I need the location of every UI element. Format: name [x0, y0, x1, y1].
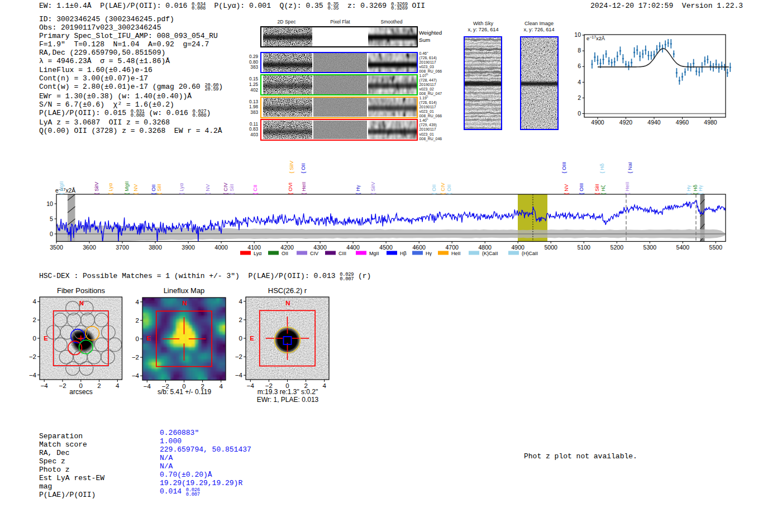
svg-text:3900: 3900: [182, 244, 195, 251]
svg-text:{ SiIV: { SiIV: [94, 181, 99, 195]
svg-text:4940: 4940: [647, 119, 661, 126]
svg-text:4000: 4000: [214, 244, 228, 251]
svg-text:{ NV: { NV: [564, 184, 569, 194]
svg-text:N: N: [182, 300, 187, 306]
svg-text:4: 4: [33, 298, 37, 305]
svg-text:5500: 5500: [709, 244, 723, 251]
svg-text:{ SiIV: { SiIV: [370, 181, 376, 195]
svg-text:−4: −4: [132, 372, 140, 379]
svg-text:(K)CaII: (K)CaII: [482, 251, 498, 256]
svg-text:4920: 4920: [619, 119, 633, 126]
svg-text:10: 10: [574, 31, 581, 38]
svg-text:0: 0: [239, 335, 242, 342]
svg-text:{ OVI: { OVI: [288, 183, 293, 195]
svg-text:4100: 4100: [247, 244, 261, 251]
svg-text:{ OIII: { OIII: [579, 183, 584, 195]
svg-text:2: 2: [578, 94, 581, 101]
svg-text:{ NaI: { NaI: [627, 162, 633, 173]
svg-text:−2: −2: [235, 353, 242, 360]
svg-text:0: 0: [136, 336, 139, 342]
svg-text:−4: −4: [235, 372, 243, 378]
svg-text:{ HeII: { HeII: [301, 182, 307, 195]
svg-text:{ Hγ: { Hγ: [355, 185, 361, 194]
svg-text:8: 8: [578, 47, 581, 54]
svg-text:{ OII: { OII: [431, 184, 437, 194]
svg-text:Lyα: Lyα: [254, 251, 261, 256]
svg-text:{ SiII: { SiII: [594, 184, 600, 194]
svg-text:10: 10: [46, 200, 53, 207]
svg-text:CIII: CIII: [338, 251, 346, 256]
svg-text:4200: 4200: [280, 244, 294, 251]
svg-text:4400: 4400: [346, 244, 360, 251]
svg-text:4960: 4960: [676, 119, 689, 126]
svg-text:4700: 4700: [445, 244, 459, 251]
svg-text:{ Hδ: { Hδ: [599, 164, 605, 174]
svg-text:6: 6: [578, 63, 581, 69]
svg-text:−2: −2: [132, 354, 139, 361]
svg-text:{ NV: { NV: [205, 184, 211, 194]
svg-text:3800: 3800: [149, 244, 162, 251]
svg-text:{ Lyα: { Lyα: [179, 183, 184, 194]
svg-text:{ CII: { CII: [252, 185, 258, 195]
svg-text:−2: −2: [29, 353, 36, 360]
svg-text:{ SiII: { SiII: [229, 184, 235, 194]
svg-text:3500: 3500: [50, 244, 63, 251]
svg-text:4: 4: [136, 299, 140, 305]
svg-text:{ MgII: { MgII: [124, 181, 130, 195]
svg-text:Hβ: Hβ: [400, 251, 407, 256]
svg-text:0: 0: [33, 335, 36, 342]
svg-text:{ Hγ: { Hγ: [698, 185, 703, 194]
svg-text:OII: OII: [282, 251, 288, 256]
svg-text:{ OIII: { OIII: [561, 162, 567, 174]
svg-text:5: 5: [50, 215, 53, 222]
svg-text:4980: 4980: [704, 119, 717, 126]
svg-text:4500: 4500: [379, 244, 393, 251]
svg-text:0: 0: [50, 231, 53, 237]
svg-text:2: 2: [33, 317, 36, 323]
svg-text:5400: 5400: [676, 244, 690, 251]
svg-text:N: N: [285, 300, 290, 306]
svg-text:{ OII: { OII: [151, 184, 156, 194]
svg-text:E: E: [250, 335, 254, 342]
svg-text:4900: 4900: [591, 119, 604, 126]
svg-text:4800: 4800: [478, 244, 492, 251]
svg-text:{ SiII: { SiII: [156, 184, 162, 194]
svg-text:{ Hγ: { Hγ: [686, 185, 692, 194]
svg-text:{ OII: { OII: [446, 184, 452, 194]
svg-text:(H)CaII: (H)CaII: [522, 251, 538, 256]
svg-text:3600: 3600: [83, 244, 96, 251]
svg-text:{ Hζ: { Hζ: [600, 185, 606, 195]
svg-text:CIV: CIV: [310, 251, 318, 256]
svg-text:2: 2: [239, 317, 242, 323]
svg-text:5300: 5300: [643, 244, 657, 251]
svg-text:5000: 5000: [544, 244, 557, 251]
svg-text:MgII: MgII: [369, 251, 379, 256]
svg-text:HeII: HeII: [451, 251, 461, 256]
svg-text:E: E: [44, 335, 48, 342]
svg-text:{ HeII: { HeII: [624, 182, 630, 195]
svg-text:4600: 4600: [412, 244, 426, 251]
svg-text:5100: 5100: [577, 244, 590, 251]
svg-text:5200: 5200: [611, 244, 624, 251]
svg-text:{ CIV: { CIV: [440, 183, 446, 195]
svg-text:{ CIV: { CIV: [223, 183, 228, 195]
svg-text:E: E: [146, 335, 151, 342]
svg-text:3700: 3700: [116, 244, 129, 251]
svg-text:{ Lyα: { Lyα: [108, 183, 113, 194]
svg-text:{ MgII: { MgII: [59, 181, 64, 195]
svg-text:4900: 4900: [511, 244, 524, 251]
svg-text:e−17x2Å: e−17x2Å: [586, 35, 605, 41]
svg-text:4: 4: [239, 298, 243, 305]
svg-text:{ NV: { NV: [133, 184, 139, 194]
svg-text:{ OII: { OII: [301, 163, 306, 173]
svg-text:{ SiIV: { SiIV: [289, 160, 294, 174]
svg-text:4: 4: [578, 79, 581, 85]
svg-text:−4: −4: [29, 372, 37, 378]
svg-text:0: 0: [578, 110, 581, 117]
svg-text:2: 2: [136, 317, 139, 324]
svg-text:N: N: [79, 300, 84, 306]
svg-text:4300: 4300: [313, 244, 327, 251]
svg-text:Hγ: Hγ: [426, 251, 432, 256]
